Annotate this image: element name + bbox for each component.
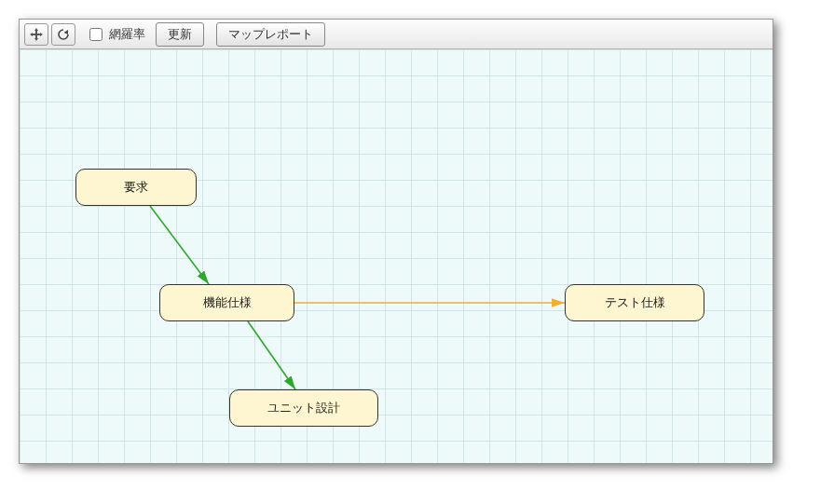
node-label: 要求 bbox=[124, 179, 148, 196]
coverage-checkbox[interactable] bbox=[89, 28, 103, 41]
node-req[interactable]: 要求 bbox=[75, 169, 197, 206]
diagram-canvas[interactable]: 要求機能仕様ユニット設計テスト仕様 bbox=[20, 49, 772, 463]
refresh-icon bbox=[56, 27, 71, 42]
node-test[interactable]: テスト仕様 bbox=[565, 284, 704, 321]
move-icon bbox=[29, 27, 44, 42]
diagram-window: 網羅率 更新 マップレポート 要求機能仕様ユニット設計テスト仕様 bbox=[19, 19, 773, 464]
node-unit[interactable]: ユニット設計 bbox=[229, 389, 378, 427]
edge-req-to-func bbox=[150, 206, 209, 284]
update-button[interactable]: 更新 bbox=[156, 22, 204, 47]
toolbar: 網羅率 更新 マップレポート bbox=[20, 20, 772, 49]
refresh-tool-button[interactable] bbox=[51, 23, 75, 46]
move-tool-button[interactable] bbox=[24, 23, 48, 46]
edges-layer bbox=[20, 49, 772, 463]
coverage-label: 網羅率 bbox=[109, 26, 145, 43]
node-func[interactable]: 機能仕様 bbox=[159, 284, 294, 321]
edge-func-to-unit bbox=[248, 321, 295, 389]
node-label: ユニット設計 bbox=[267, 400, 340, 416]
map-report-button[interactable]: マップレポート bbox=[216, 22, 325, 47]
node-label: テスト仕様 bbox=[605, 294, 665, 311]
node-label: 機能仕様 bbox=[203, 294, 252, 311]
